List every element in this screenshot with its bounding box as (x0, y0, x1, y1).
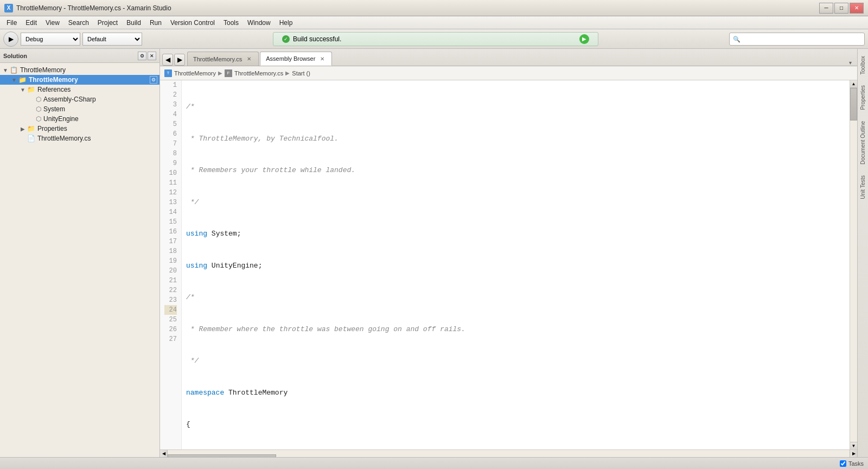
code-editor[interactable]: 1 2 3 4 5 6 7 8 9 10 11 12 13 14 (160, 80, 850, 449)
global-search-input[interactable] (729, 33, 865, 46)
scroll-right-button[interactable]: ▶ (850, 450, 857, 457)
tab-throttlememory-close[interactable]: ✕ (245, 55, 253, 63)
code-line-10: namespace ThrottleMemory (186, 388, 845, 398)
solution-tree: ▼ 📋 ThrottleMemory ▼ 📁 ThrottleMemory ⚙ … (0, 63, 159, 457)
app-icon: X (4, 4, 13, 12)
tasks-area: Tasks (840, 460, 864, 467)
tab-assembly-browser[interactable]: Assembly Browser ✕ (260, 52, 332, 66)
build-status-area: ✓ Build successful. ▶ (144, 32, 727, 46)
scroll-down-button[interactable]: ▼ (850, 442, 857, 449)
menu-run[interactable]: Run (145, 18, 166, 28)
tab-next-button[interactable]: ▶ (174, 54, 185, 66)
menu-search[interactable]: Search (64, 18, 93, 28)
right-panel-document-outline[interactable]: Document Outline (858, 116, 868, 169)
system-icon: ⬡ (36, 105, 41, 113)
tree-item-solution[interactable]: ▼ 📋 ThrottleMemory (0, 65, 159, 75)
breadcrumb: T ThrottleMemory ▶ F ThrottleMemory.cs ▶… (160, 66, 857, 80)
tab-bar: ◀ ▶ ThrottleMemory.cs ✕ Assembly Browser… (160, 49, 857, 66)
assembly-csharp-icon: ⬡ (36, 96, 41, 103)
tree-item-project[interactable]: ▼ 📁 ThrottleMemory ⚙ (0, 75, 159, 85)
target-dropdown[interactable]: Default (82, 33, 142, 46)
menu-edit[interactable]: Edit (21, 18, 41, 28)
build-status-bar: ✓ Build successful. ▶ (273, 32, 598, 46)
tasks-checkbox[interactable] (840, 460, 846, 467)
menu-help[interactable]: Help (275, 18, 297, 28)
status-bar: Tasks (0, 457, 868, 469)
tab-throttlememory-label: ThrottleMemory.cs (193, 56, 242, 62)
menu-bar: File Edit View Search Project Build Run … (0, 16, 868, 29)
config-select[interactable]: Debug (21, 33, 80, 46)
tab-assembly-label: Assembly Browser (266, 55, 315, 62)
solution-label: ThrottleMemory (20, 66, 66, 74)
run-button[interactable]: ▶ (3, 31, 18, 47)
tab-assembly-close[interactable]: ✕ (318, 55, 326, 62)
scroll-thumb[interactable] (850, 88, 857, 121)
menu-version-control[interactable]: Version Control (166, 18, 219, 28)
right-panel-toolbox[interactable]: Toolbox (858, 51, 868, 79)
tree-item-assembly-csharp[interactable]: ⬡ Assembly-CSharp (0, 94, 159, 104)
build-ok-icon: ✓ (282, 35, 290, 43)
tree-item-unityengine[interactable]: ⬡ UnityEngine (0, 114, 159, 124)
tree-item-properties[interactable]: ▶ 📁 Properties (0, 124, 159, 134)
properties-label: Properties (37, 125, 67, 132)
system-label: System (43, 105, 65, 113)
main-area: Solution ⚙ ✕ ▼ 📋 ThrottleMemory ▼ 📁 Thro… (0, 49, 868, 457)
config-dropdown[interactable]: Debug (21, 33, 80, 46)
tree-item-throttlememory-file[interactable]: 📄 ThrottleMemory.cs (0, 134, 159, 143)
project-settings-icon: ⚙ (150, 76, 157, 84)
close-button[interactable]: ✕ (850, 3, 864, 14)
scroll-up-button[interactable]: ▲ (850, 80, 857, 88)
right-panel-unit-tests[interactable]: Unit Tests (858, 170, 868, 204)
tab-dropdown-arrow[interactable]: ▾ (846, 60, 855, 66)
code-line-7: /* (186, 292, 845, 303)
menu-build[interactable]: Build (122, 18, 145, 28)
cs-file-icon: 📄 (27, 135, 35, 142)
window-title: ThrottleMemory - ThrottleMemory.cs - Xam… (16, 4, 819, 12)
right-panel: Toolbox Properties Document Outline Unit… (857, 49, 868, 457)
unityengine-label: UnityEngine (43, 115, 79, 123)
breadcrumb-project: ThrottleMemory (174, 70, 216, 77)
sidebar-title: Solution (3, 53, 27, 59)
right-panel-properties[interactable]: Properties (858, 80, 868, 115)
tab-throttlememory[interactable]: ThrottleMemory.cs ✕ (187, 52, 259, 66)
build-status-text: Build successful. (293, 35, 341, 43)
tree-item-references[interactable]: ▼ 📁 References (0, 85, 159, 94)
title-bar: X ThrottleMemory - ThrottleMemory.cs - X… (0, 0, 868, 16)
code-line-4: */ (186, 197, 845, 208)
breadcrumb-file: ThrottleMemory.cs (234, 70, 283, 77)
references-arrow: ▼ (20, 87, 26, 93)
minimize-button[interactable]: ─ (819, 3, 833, 14)
horizontal-scrollbar[interactable]: ◀ ▶ (160, 449, 857, 457)
h-scroll-thumb[interactable] (168, 454, 276, 458)
code-lines: /* * ThrottleMemory, by Technicalfool. *… (182, 80, 850, 449)
scroll-left-button[interactable]: ◀ (160, 450, 168, 457)
menu-window[interactable]: Window (243, 18, 275, 28)
menu-file[interactable]: File (2, 18, 21, 28)
breadcrumb-arrow-2: ▶ (285, 70, 290, 76)
solution-arrow: ▼ (2, 67, 9, 73)
sidebar-close-button[interactable]: ✕ (148, 52, 156, 60)
breadcrumb-file-icon: F (225, 69, 232, 77)
line-numbers: 1 2 3 4 5 6 7 8 9 10 11 12 13 14 (160, 80, 182, 449)
toolbar: ▶ Debug Default ✓ Build successful. ▶ (0, 29, 868, 49)
menu-view[interactable]: View (41, 18, 64, 28)
code-line-8: * Remember where the throttle was betwee… (186, 324, 845, 335)
tree-item-system[interactable]: ⬡ System (0, 104, 159, 114)
menu-tools[interactable]: Tools (219, 18, 243, 28)
project-arrow: ▼ (11, 77, 17, 83)
throttlememory-file-label: ThrottleMemory.cs (37, 135, 91, 142)
unityengine-icon: ⬡ (36, 115, 41, 123)
breadcrumb-method: Start () (292, 70, 310, 77)
tab-prev-button[interactable]: ◀ (162, 54, 173, 66)
properties-arrow: ▶ (20, 126, 26, 132)
maximize-button[interactable]: □ (834, 3, 848, 14)
vertical-scrollbar[interactable]: ▲ ▼ (850, 80, 857, 449)
tasks-label: Tasks (848, 460, 864, 467)
sidebar-settings-button[interactable]: ⚙ (138, 52, 146, 60)
properties-folder-icon: 📁 (27, 125, 35, 132)
sidebar-header: Solution ⚙ ✕ (0, 49, 159, 63)
menu-project[interactable]: Project (93, 18, 122, 28)
project-label: ThrottleMemory (29, 76, 78, 84)
code-content: 1 2 3 4 5 6 7 8 9 10 11 12 13 14 (160, 80, 850, 449)
target-select[interactable]: Default (82, 33, 142, 46)
